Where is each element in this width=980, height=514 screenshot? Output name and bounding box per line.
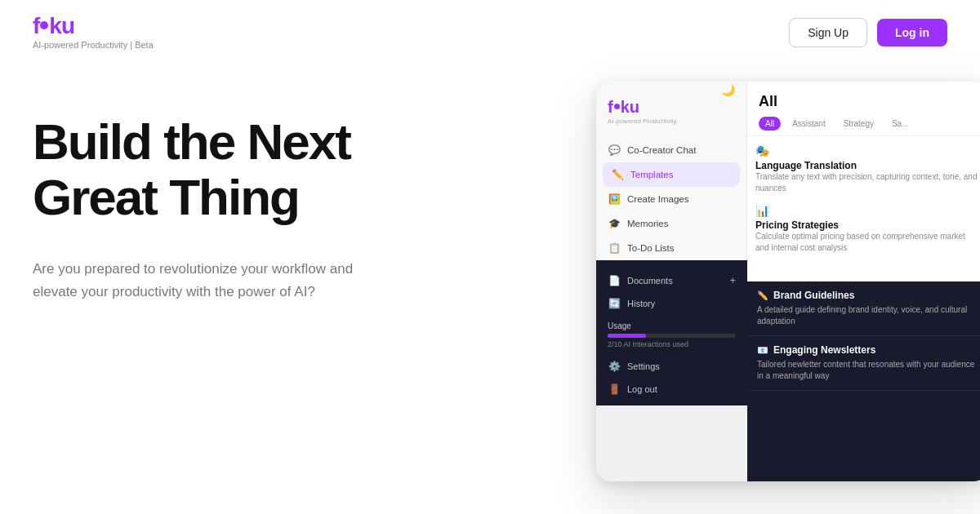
- nav-label-create-images: Create Images: [627, 194, 688, 204]
- usage-bar-fill: [608, 334, 646, 338]
- usage-bar-background: [608, 334, 736, 338]
- device-frame: fku 🌙 AI-powered Productivity 💬 Co-Creat…: [596, 82, 980, 481]
- tab-assistant[interactable]: Assistant: [786, 117, 832, 131]
- nav-item-memories[interactable]: 🎓 Memories: [596, 211, 746, 236]
- nav-label-settings: Settings: [627, 361, 660, 371]
- usage-label: Usage: [608, 321, 736, 330]
- sidebar-tagline: AI-powered Productivity: [608, 117, 735, 125]
- hero-title: Build the Next Great Thing: [33, 114, 457, 225]
- logo-tagline: AI-powered Productivity | Beta: [33, 40, 154, 50]
- panel-header: All All Assistant Strategy Sa...: [747, 82, 980, 136]
- newsletter-icon: 📧: [757, 345, 768, 356]
- left-column: fku 🌙 AI-powered Productivity 💬 Co-Creat…: [596, 82, 747, 481]
- card-title-pricing: Pricing Strategies: [755, 219, 980, 231]
- panel-title: All: [759, 93, 977, 110]
- dark-card-desc-brand: A detailed guide defining brand identity…: [757, 304, 978, 327]
- right-column: All All Assistant Strategy Sa... 🎭: [747, 82, 980, 481]
- sidebar-logo-dot: [614, 104, 620, 109]
- logout-icon: 🚪: [608, 383, 621, 395]
- card-icon-row-2: 📊: [755, 204, 980, 217]
- login-button[interactable]: Log in: [877, 19, 947, 47]
- dark-card-title-row-brand: ✏️ Brand Guidelines: [757, 290, 978, 301]
- device-inner: fku 🌙 AI-powered Productivity 💬 Co-Creat…: [596, 82, 980, 481]
- sidebar-dark: 📄 Documents + 🔄 History Usage 2/10 AI In…: [596, 260, 747, 405]
- tab-strategy[interactable]: Strategy: [837, 117, 880, 131]
- nav-label-memories: Memories: [627, 219, 668, 228]
- dark-card-title-row-newsletter: 📧 Engaging Newsletters: [757, 344, 978, 356]
- nav-item-settings[interactable]: ⚙️ Settings: [596, 355, 747, 378]
- nav-item-co-creator[interactable]: 💬 Co-Creator Chat: [596, 138, 746, 162]
- card-pricing-strategies: 📊 Pricing Strategies Calculate optimal p…: [755, 204, 980, 254]
- dark-card-newsletter: 📧 Engaging Newsletters Tailored newlette…: [747, 336, 980, 391]
- tab-more[interactable]: Sa...: [885, 117, 915, 131]
- header: fku AI-powered Productivity | Beta Sign …: [0, 0, 980, 64]
- nav-label-templates: Templates: [630, 170, 673, 179]
- dark-card-desc-newsletter: Tailored newletter content that resonate…: [757, 359, 978, 382]
- dark-card-title-brand: Brand Guidelines: [773, 290, 854, 301]
- memories-icon: 🎓: [608, 218, 621, 229]
- sidebar-nav: 💬 Co-Creator Chat ✏️ Templates 🖼️ Create…: [596, 138, 746, 260]
- nav-label-todo: To-Do Lists: [627, 243, 675, 253]
- images-icon: 🖼️: [608, 193, 621, 205]
- panel-cards: 🎭 Language Translation Translate any tex…: [747, 136, 980, 281]
- nav-item-history[interactable]: 🔄 History: [596, 292, 747, 315]
- hero-subtitle: Are you prepared to revolutionize your w…: [33, 258, 392, 302]
- panel-dark: ✏️ Brand Guidelines A detailed guide def…: [747, 281, 980, 481]
- hero-section: Build the Next Great Thing Are you prepa…: [33, 114, 457, 303]
- sidebar-logo: fku: [608, 98, 639, 116]
- pricing-icon: 📊: [755, 204, 769, 217]
- signup-button[interactable]: Sign Up: [789, 18, 867, 47]
- header-buttons: Sign Up Log in: [789, 18, 947, 47]
- dark-mode-icon[interactable]: 🌙: [721, 83, 735, 96]
- logo-area: fku AI-powered Productivity | Beta: [33, 15, 154, 50]
- card-desc-language: Translate any text with precision, captu…: [755, 171, 980, 194]
- nav-item-templates[interactable]: ✏️ Templates: [603, 162, 740, 187]
- nav-label-history: History: [627, 299, 655, 308]
- device-mockup: fku 🌙 AI-powered Productivity 💬 Co-Creat…: [596, 82, 980, 498]
- templates-icon: ✏️: [611, 169, 624, 180]
- hero-title-line2: Great Thing: [33, 169, 299, 225]
- nav-label-co-creator: Co-Creator Chat: [627, 145, 696, 155]
- card-language-translation: 🎭 Language Translation Translate any tex…: [755, 144, 980, 194]
- settings-icon: ⚙️: [608, 361, 621, 372]
- logo-dot: [40, 21, 48, 29]
- nav-label-logout: Log out: [627, 384, 657, 394]
- dark-card-brand: ✏️ Brand Guidelines A detailed guide def…: [747, 281, 980, 336]
- brand-pencil-icon: ✏️: [757, 290, 768, 301]
- nav-item-logout[interactable]: 🚪 Log out: [596, 378, 747, 401]
- card-desc-pricing: Calculate optimal pricing based on compr…: [755, 231, 980, 254]
- usage-section: Usage 2/10 AI Interactions used: [596, 315, 747, 355]
- documents-icon: 📄: [608, 275, 621, 286]
- history-icon: 🔄: [608, 298, 621, 309]
- hero-title-line1: Build the Next: [33, 113, 350, 170]
- language-translation-icon: 🎭: [755, 144, 769, 157]
- sidebar-logo-area: fku 🌙 AI-powered Productivity: [596, 88, 746, 130]
- panel-tabs: All Assistant Strategy Sa...: [759, 117, 977, 131]
- nav-item-create-images[interactable]: 🖼️ Create Images: [596, 187, 746, 211]
- dark-card-title-newsletter: Engaging Newsletters: [773, 344, 875, 356]
- logo: fku: [33, 15, 154, 38]
- nav-label-documents: Documents: [627, 276, 723, 286]
- tab-all[interactable]: All: [759, 117, 781, 131]
- card-icon-row: 🎭: [755, 144, 980, 157]
- todo-icon: 📋: [608, 242, 621, 254]
- sidebar-light: fku 🌙 AI-powered Productivity 💬 Co-Creat…: [596, 82, 747, 260]
- add-document-icon[interactable]: +: [729, 274, 736, 286]
- nav-item-todo[interactable]: 📋 To-Do Lists: [596, 236, 746, 260]
- nav-item-documents[interactable]: 📄 Documents +: [596, 268, 747, 292]
- usage-count: 2/10 AI Interactions used: [608, 340, 736, 348]
- panel-light: All All Assistant Strategy Sa... 🎭: [747, 82, 980, 281]
- card-title-language: Language Translation: [755, 160, 980, 171]
- chat-icon: 💬: [608, 144, 621, 156]
